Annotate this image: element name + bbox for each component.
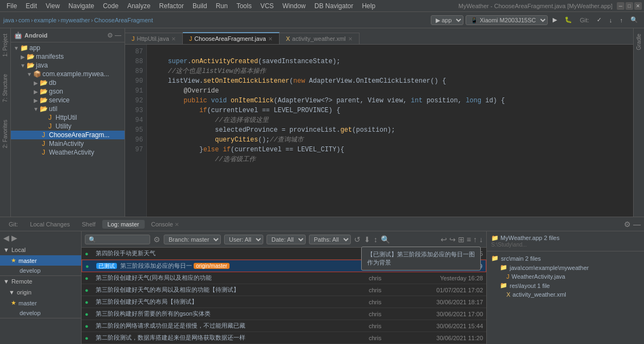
tree-item-package[interactable]: ▼ 📦 com.example.myweа... xyxy=(11,70,125,78)
run-button[interactable]: ▶ xyxy=(550,15,560,24)
branch-select[interactable]: Branch: master xyxy=(164,235,221,244)
console-close[interactable]: ✕ xyxy=(175,222,179,228)
collapse-button[interactable]: — xyxy=(115,32,121,39)
remote-master[interactable]: ★ master xyxy=(0,298,81,308)
tree-item-utility[interactable]: J Utility xyxy=(11,122,125,131)
httputil-tab-close[interactable]: ✕ xyxy=(171,36,176,42)
menu-analyze[interactable]: Analyze xyxy=(123,1,155,11)
menu-navigate[interactable]: Navigate xyxy=(64,1,98,11)
menu-build[interactable]: Build xyxy=(188,1,212,11)
git-commit-button[interactable]: ✓ xyxy=(594,15,604,24)
bottom-tab-log[interactable]: Log: master xyxy=(102,220,145,229)
minimize-panel-icon[interactable]: — xyxy=(633,220,641,229)
bottom-tab-localchanges[interactable]: Local Changes xyxy=(24,220,75,229)
tree-item-app[interactable]: ▼ 📁 app xyxy=(11,44,125,52)
menu-dbnavigator[interactable]: DB Navigator xyxy=(310,1,357,11)
branch-develop[interactable]: develop xyxy=(0,266,81,275)
git-commit-row-8[interactable]: ● 第二阶段测试，数据库搭建起来但是网络获取数据还一样 chris 30/06/… xyxy=(82,332,486,344)
choose-tab-close[interactable]: ✕ xyxy=(268,36,273,42)
git-settings-icon[interactable]: ⚙ xyxy=(153,235,160,244)
tree-item-choosefragment[interactable]: J ChooseAreaFragm... xyxy=(11,131,125,139)
breadcrumb-myweather[interactable]: myweather xyxy=(61,17,90,23)
bottom-tab-console[interactable]: Console✕ xyxy=(146,220,184,229)
tree-item-java[interactable]: ▼ 📂 java xyxy=(11,61,125,70)
paths-select[interactable]: Paths: All xyxy=(309,235,351,244)
tab-choosefragment[interactable]: J ChooseAreaFragment.java ✕ xyxy=(183,32,280,44)
back-icon[interactable]: ◀ xyxy=(3,234,9,242)
search-everywhere-button[interactable]: 🔍 xyxy=(628,15,641,24)
tree-item-httputil[interactable]: J HttpUtil xyxy=(11,113,125,122)
git-commit-row-7[interactable]: ● 第二阶段的网络请求成功但是还是很慢，不过能用藏已藏 chris 30/06/… xyxy=(82,320,486,332)
up-icon[interactable]: ↑ xyxy=(473,235,477,244)
date-select[interactable]: Date: All xyxy=(267,235,306,244)
refresh-icon[interactable]: ↺ xyxy=(354,235,361,244)
breadcrumb-example[interactable]: example xyxy=(34,17,57,23)
menu-window[interactable]: Window xyxy=(278,1,310,11)
bottom-tab-shelf[interactable]: Shelf xyxy=(77,220,101,229)
git-file-weatheractivity[interactable]: J WeatherActivity.java xyxy=(487,272,644,281)
user-select[interactable]: User: All xyxy=(224,235,263,244)
maximize-button[interactable]: □ xyxy=(626,2,633,10)
merge-icon[interactable]: ↕ xyxy=(374,235,377,244)
menu-view[interactable]: View xyxy=(41,1,64,11)
git-file-activity-xml[interactable]: X activity_weather.xml xyxy=(487,290,644,299)
breadcrumb-java[interactable]: java xyxy=(3,17,14,23)
git-commit-row-3[interactable]: ● 第三阶段创建好天气(同布局以及相应的功能 chris Yesterday 1… xyxy=(82,272,486,284)
tree-item-db[interactable]: ▶ 📂 db xyxy=(11,78,125,87)
breadcrumb-class[interactable]: ChooseAreaFragment xyxy=(94,17,153,23)
remote-develop[interactable]: develop xyxy=(0,308,81,318)
forward-icon[interactable]: ▶ xyxy=(11,234,17,242)
minimize-button[interactable]: ─ xyxy=(617,2,624,10)
settings-icon[interactable]: ⚙ xyxy=(624,220,631,229)
close-button[interactable]: ✕ xyxy=(634,2,642,10)
tab-project[interactable]: 1: Project xyxy=(1,30,10,60)
down-icon[interactable]: ↓ xyxy=(479,235,483,244)
xml-tab-close[interactable]: ✕ xyxy=(348,36,352,42)
expand-icon[interactable]: ⊞ xyxy=(458,235,465,244)
git-update-button[interactable]: ↓ xyxy=(606,16,615,24)
git-commit-row-5[interactable]: ● 第三阶段创建好天气的布局【待测试】 chris 30/06/2021 18:… xyxy=(82,296,486,308)
menu-file[interactable]: File xyxy=(2,1,21,11)
menu-run[interactable]: Run xyxy=(212,1,232,11)
tab-activityweather[interactable]: X activity_weather.xml ✕ xyxy=(280,33,360,44)
tree-item-weatheractivity[interactable]: J WeatherActivity xyxy=(11,148,125,157)
local-header[interactable]: ▼ Local xyxy=(0,244,81,255)
tab-httputil[interactable]: J HttpUtil.java ✕ xyxy=(125,33,183,44)
git-file-java-path[interactable]: 📁 java\com\example\myweather xyxy=(487,263,644,272)
bottom-tab-git[interactable]: Git: xyxy=(3,220,23,229)
fetch-icon[interactable]: ⬇ xyxy=(364,235,370,244)
find-icon[interactable]: 🔍 xyxy=(381,235,390,244)
redo-icon[interactable]: ↪ xyxy=(449,235,456,244)
remote-header[interactable]: ▼ Remote xyxy=(0,276,81,287)
debug-button[interactable]: 🐛 xyxy=(562,15,575,24)
device-select[interactable]: 📱 Xiaomi M2003J15SC xyxy=(466,15,548,25)
tree-item-mainactivity[interactable]: J MainActivity xyxy=(11,139,125,148)
menu-refactor[interactable]: Refactor xyxy=(155,1,188,11)
tab-gradle[interactable]: Gradle xyxy=(634,30,643,53)
tree-item-service[interactable]: ▶ 📂 service xyxy=(11,96,125,105)
tree-item-gson[interactable]: ▶ 📂 gson xyxy=(11,87,125,96)
menu-code[interactable]: Code xyxy=(98,1,123,11)
menu-help[interactable]: Help xyxy=(357,1,380,11)
more-icon[interactable]: ≡ xyxy=(467,235,471,244)
menu-vcs[interactable]: VCS xyxy=(256,1,278,11)
git-file-src[interactable]: 📁 src\main 2 files xyxy=(487,254,644,263)
menu-edit[interactable]: Edit xyxy=(21,1,41,11)
app-select[interactable]: ▶ app xyxy=(431,15,463,25)
code-editor[interactable]: super.onActivityCreated(savedInstanceSta… xyxy=(147,45,633,217)
git-search-input[interactable] xyxy=(85,235,150,244)
breadcrumb-com[interactable]: com xyxy=(18,17,30,23)
sync-button[interactable]: ⚙ xyxy=(107,32,113,39)
origin-header[interactable]: ▼ origin xyxy=(0,287,81,298)
undo-icon[interactable]: ↩ xyxy=(441,235,447,244)
git-commit-row-4[interactable]: ● 第三阶段创建好天气的布局以及相应的功能【待测试】 chris 01/07/2… xyxy=(82,284,486,296)
tab-structure[interactable]: 7: Structure xyxy=(1,71,10,106)
git-commit-row-6[interactable]: ● 第三阶段构建好所需要的所有的gson实体类 chris 30/06/2021… xyxy=(82,308,486,320)
tab-favorites[interactable]: 2: Favorites xyxy=(1,116,10,151)
branch-master[interactable]: ★ master xyxy=(0,255,81,266)
menu-tools[interactable]: Tools xyxy=(232,1,256,11)
git-push-button[interactable]: ↑ xyxy=(617,16,626,24)
tree-item-manifests[interactable]: ▶ 📂 manifests xyxy=(11,52,125,61)
tree-item-util[interactable]: ▼ 📂 util xyxy=(11,105,125,113)
git-file-res[interactable]: 📁 res\layout 1 file xyxy=(487,281,644,290)
